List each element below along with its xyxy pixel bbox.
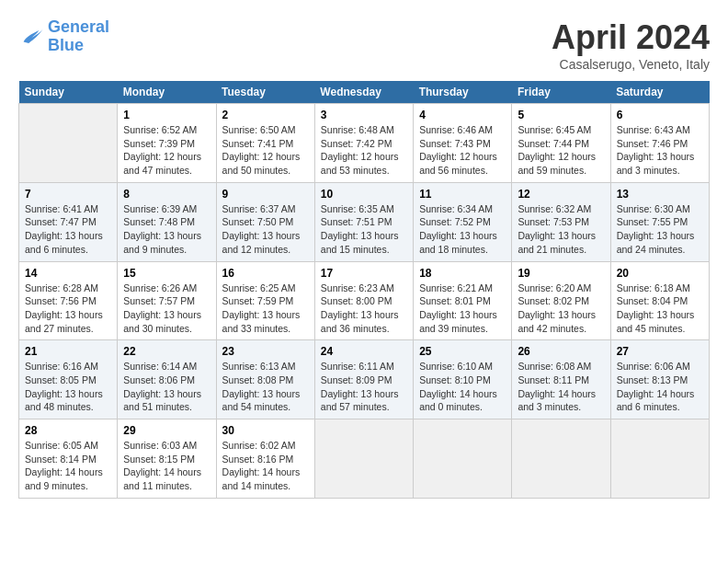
logo-line2: Blue [48,36,84,54]
day-of-week-header: Tuesday [216,81,314,104]
calendar-week-row: 21Sunrise: 6:16 AMSunset: 8:05 PMDayligh… [19,340,710,419]
day-number: 10 [321,188,407,201]
calendar-cell [414,419,512,499]
calendar-cell: 27Sunrise: 6:06 AMSunset: 8:13 PMDayligh… [610,340,709,419]
day-info: Sunrise: 6:20 AMSunset: 8:02 PMDaylight:… [518,282,604,336]
day-number: 14 [25,267,111,280]
calendar-body: 1Sunrise: 6:52 AMSunset: 7:39 PMDaylight… [19,104,710,499]
logo-line1: General [48,17,109,36]
day-number: 21 [25,345,111,358]
calendar-cell: 29Sunrise: 6:03 AMSunset: 8:15 PMDayligh… [118,419,216,499]
calendar-cell: 14Sunrise: 6:28 AMSunset: 7:56 PMDayligh… [19,261,118,340]
day-info: Sunrise: 6:43 AMSunset: 7:46 PMDaylight:… [617,123,703,178]
calendar-cell: 12Sunrise: 6:32 AMSunset: 7:53 PMDayligh… [512,182,610,261]
day-info: Sunrise: 6:25 AMSunset: 7:59 PMDaylight:… [222,282,309,336]
day-number: 6 [617,109,703,121]
calendar-cell [610,419,709,499]
day-info: Sunrise: 6:37 AMSunset: 7:50 PMDaylight:… [222,202,309,257]
day-of-week-header: Wednesday [314,81,413,104]
calendar-cell: 19Sunrise: 6:20 AMSunset: 8:02 PMDayligh… [512,261,610,340]
day-info: Sunrise: 6:11 AMSunset: 8:09 PMDaylight:… [321,360,407,414]
month-title: April 2024 [552,18,710,57]
day-number: 2 [222,109,309,121]
day-number: 15 [123,267,210,280]
day-number: 30 [222,424,309,437]
logo: General Blue [18,18,109,55]
day-number: 8 [123,188,210,201]
calendar-cell: 18Sunrise: 6:21 AMSunset: 8:01 PMDayligh… [414,261,512,340]
calendar-week-row: 1Sunrise: 6:52 AMSunset: 7:39 PMDaylight… [19,104,710,183]
day-number: 11 [419,188,506,201]
calendar-cell: 17Sunrise: 6:23 AMSunset: 8:00 PMDayligh… [314,261,413,340]
location: Casalserugo, Veneto, Italy [552,57,710,72]
calendar-cell: 23Sunrise: 6:13 AMSunset: 8:08 PMDayligh… [216,340,314,419]
day-info: Sunrise: 6:23 AMSunset: 8:00 PMDaylight:… [321,282,407,336]
day-of-week-header: Saturday [610,81,709,104]
calendar-cell: 16Sunrise: 6:25 AMSunset: 7:59 PMDayligh… [216,261,314,340]
day-info: Sunrise: 6:16 AMSunset: 8:05 PMDaylight:… [25,360,111,414]
calendar-cell: 5Sunrise: 6:45 AMSunset: 7:44 PMDaylight… [512,104,610,183]
day-info: Sunrise: 6:08 AMSunset: 8:11 PMDaylight:… [518,360,604,414]
day-number: 17 [321,267,407,280]
day-number: 27 [617,345,703,358]
calendar-cell: 8Sunrise: 6:39 AMSunset: 7:48 PMDaylight… [118,182,216,261]
day-number: 19 [518,267,604,280]
calendar-cell: 15Sunrise: 6:26 AMSunset: 7:57 PMDayligh… [118,261,216,340]
day-info: Sunrise: 6:48 AMSunset: 7:42 PMDaylight:… [321,123,407,178]
calendar-cell [314,419,413,499]
calendar-cell: 3Sunrise: 6:48 AMSunset: 7:42 PMDaylight… [314,104,413,183]
calendar-cell: 25Sunrise: 6:10 AMSunset: 8:10 PMDayligh… [414,340,512,419]
day-number: 25 [419,345,506,358]
calendar-cell: 13Sunrise: 6:30 AMSunset: 7:55 PMDayligh… [610,182,709,261]
day-number: 24 [321,345,407,358]
day-info: Sunrise: 6:34 AMSunset: 7:52 PMDaylight:… [419,202,506,257]
day-number: 4 [419,109,506,121]
day-number: 1 [123,109,210,121]
day-info: Sunrise: 6:26 AMSunset: 7:57 PMDaylight:… [123,282,210,336]
day-info: Sunrise: 6:05 AMSunset: 8:14 PMDaylight:… [25,439,111,493]
calendar-cell: 10Sunrise: 6:35 AMSunset: 7:51 PMDayligh… [314,182,413,261]
day-number: 3 [321,109,407,121]
calendar-cell: 1Sunrise: 6:52 AMSunset: 7:39 PMDaylight… [118,104,216,183]
day-info: Sunrise: 6:30 AMSunset: 7:55 PMDaylight:… [617,202,703,257]
day-number: 20 [617,267,703,280]
calendar-week-row: 7Sunrise: 6:41 AMSunset: 7:47 PMDaylight… [19,182,710,261]
day-info: Sunrise: 6:13 AMSunset: 8:08 PMDaylight:… [222,360,309,414]
calendar-week-row: 14Sunrise: 6:28 AMSunset: 7:56 PMDayligh… [19,261,710,340]
calendar-cell: 21Sunrise: 6:16 AMSunset: 8:05 PMDayligh… [19,340,118,419]
calendar-cell: 6Sunrise: 6:43 AMSunset: 7:46 PMDaylight… [610,104,709,183]
day-info: Sunrise: 6:03 AMSunset: 8:15 PMDaylight:… [123,439,210,493]
day-number: 22 [123,345,210,358]
day-number: 7 [25,188,111,201]
day-of-week-header: Friday [512,81,610,104]
calendar-cell: 9Sunrise: 6:37 AMSunset: 7:50 PMDaylight… [216,182,314,261]
calendar-cell: 22Sunrise: 6:14 AMSunset: 8:06 PMDayligh… [118,340,216,419]
day-number: 13 [617,188,703,201]
day-info: Sunrise: 6:35 AMSunset: 7:51 PMDaylight:… [321,202,407,257]
logo-bird-icon [18,24,44,50]
day-number: 29 [123,424,210,437]
day-number: 5 [518,109,604,121]
calendar-cell: 30Sunrise: 6:02 AMSunset: 8:16 PMDayligh… [216,419,314,499]
day-number: 18 [419,267,506,280]
page-header: General Blue April 2024 Casalserugo, Ven… [18,18,710,72]
day-number: 28 [25,424,111,437]
day-number: 9 [222,188,309,201]
title-block: April 2024 Casalserugo, Veneto, Italy [552,18,710,72]
calendar-cell: 11Sunrise: 6:34 AMSunset: 7:52 PMDayligh… [414,182,512,261]
day-info: Sunrise: 6:45 AMSunset: 7:44 PMDaylight:… [518,123,604,178]
day-number: 26 [518,345,604,358]
day-info: Sunrise: 6:06 AMSunset: 8:13 PMDaylight:… [617,360,703,414]
day-info: Sunrise: 6:46 AMSunset: 7:43 PMDaylight:… [419,123,506,178]
day-info: Sunrise: 6:50 AMSunset: 7:41 PMDaylight:… [222,123,309,178]
day-info: Sunrise: 6:14 AMSunset: 8:06 PMDaylight:… [123,360,210,414]
calendar-cell: 20Sunrise: 6:18 AMSunset: 8:04 PMDayligh… [610,261,709,340]
day-info: Sunrise: 6:21 AMSunset: 8:01 PMDaylight:… [419,282,506,336]
day-of-week-header: Sunday [19,81,118,104]
day-info: Sunrise: 6:41 AMSunset: 7:47 PMDaylight:… [25,202,111,257]
calendar-cell: 28Sunrise: 6:05 AMSunset: 8:14 PMDayligh… [19,419,118,499]
calendar-cell [512,419,610,499]
calendar-cell [19,104,118,183]
day-info: Sunrise: 6:02 AMSunset: 8:16 PMDaylight:… [222,439,309,493]
day-info: Sunrise: 6:10 AMSunset: 8:10 PMDaylight:… [419,360,506,414]
